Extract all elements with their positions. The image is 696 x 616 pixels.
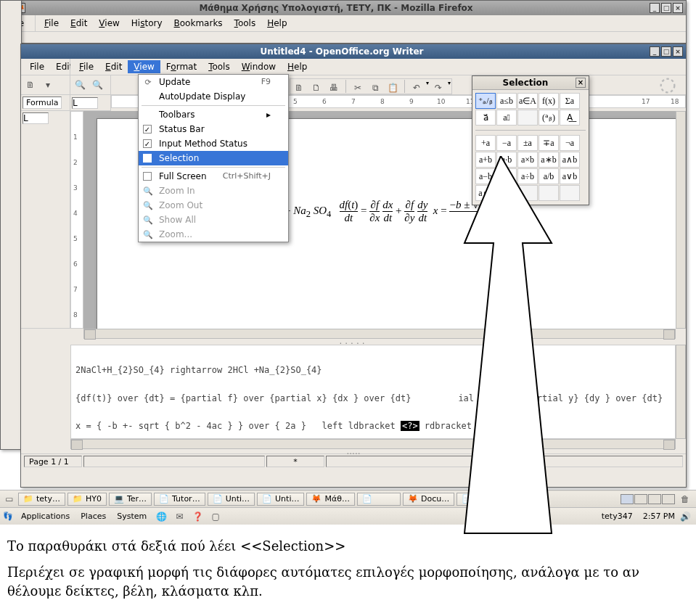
task-tutor[interactable]: 📄 Tutor… — [154, 493, 205, 506]
tool-cut-icon[interactable]: ✂ — [350, 80, 366, 96]
close-icon[interactable]: × — [673, 3, 683, 13]
menu-places[interactable]: Places — [76, 510, 110, 522]
w-menu-window[interactable]: Window — [236, 60, 282, 73]
doc-horizontal-scrollbar[interactable] — [83, 329, 676, 339]
show-desktop-icon[interactable]: ▭ — [3, 491, 16, 507]
task-math[interactable]: 🦊 Μάθ… — [306, 493, 354, 506]
src-horizontal-scrollbar[interactable] — [70, 439, 676, 449]
selection-close-icon[interactable]: × — [576, 78, 586, 88]
status-zoom[interactable]: * — [266, 456, 324, 467]
tool-1-icon[interactable]: 🗎 — [291, 80, 307, 96]
tool-copy-icon[interactable]: ⧉ — [367, 80, 383, 96]
op-a-circ-b[interactable]: a∘b — [475, 185, 496, 201]
L-field[interactable]: L — [72, 97, 98, 109]
launcher-mail-icon[interactable]: ✉ — [171, 509, 187, 525]
op-a-frac-b[interactable]: a/b — [496, 168, 517, 184]
foot-icon[interactable]: 👣 — [3, 512, 15, 521]
ff-menu-bookmarks[interactable]: Bookmarks — [168, 17, 229, 30]
menu-update[interactable]: ⟳ Update F9 — [139, 75, 288, 89]
menu-ime[interactable]: ✓ Input Method Status — [139, 136, 288, 151]
op-a-ast-b[interactable]: a∗b — [539, 152, 559, 168]
op-a-cdot-b[interactable]: a·b — [496, 152, 517, 168]
ff-menu-history[interactable]: History — [126, 17, 168, 30]
maximize-icon[interactable]: □ — [661, 3, 671, 13]
cat-attributes[interactable]: a⃗ — [475, 110, 496, 126]
sash-handle[interactable]: ····· — [21, 339, 686, 345]
ff-menu-file[interactable]: File — [38, 17, 65, 30]
task-docu[interactable]: 🦊 Docu… — [403, 493, 454, 506]
op-a-or-b[interactable]: a∨b — [560, 168, 580, 184]
op-pm-a[interactable]: ±a — [517, 135, 538, 151]
zoom-out-icon[interactable]: 🔍 — [89, 77, 105, 93]
menu-system[interactable]: System — [112, 510, 151, 522]
w-menu-help[interactable]: Help — [282, 60, 313, 73]
src-placeholder[interactable]: <?> — [401, 421, 419, 431]
op-minus-a[interactable]: −a — [496, 135, 517, 151]
selection-panel[interactable]: Selection × ⁺ₐ/ᵦ a≤b a∈A f(x) Σa a⃗ aͦ (… — [472, 75, 589, 205]
cat-set[interactable]: a∈A — [517, 93, 538, 109]
launcher-browser-icon[interactable]: 🌐 — [153, 509, 169, 525]
volume-icon[interactable]: 🔊 — [677, 509, 693, 525]
wl-menu-file[interactable]: File — [24, 60, 50, 73]
task-tety[interactable]: 📁 tety… — [18, 493, 65, 506]
menu-toolbars[interactable]: Toolbars▸ — [139, 107, 288, 122]
vertical-ruler[interactable]: 1 2 3 4 5 6 7 8 — [70, 111, 83, 329]
menu-applications[interactable]: Applications — [17, 510, 74, 522]
op-plus-a[interactable]: +a — [475, 135, 496, 151]
op-a-times-b[interactable]: a×b — [517, 152, 538, 168]
writer-maximize-icon[interactable]: □ — [661, 46, 671, 57]
w-menu-file[interactable]: File — [73, 60, 99, 73]
menu-autoupdate[interactable]: AutoUpdate Display — [139, 89, 288, 104]
workspace-switcher[interactable] — [621, 494, 675, 504]
zoom-in-icon[interactable]: 🔍 — [72, 77, 88, 93]
menu-selection[interactable]: ✓ Selection — [139, 151, 288, 165]
writer-minimize-icon[interactable]: _ — [650, 46, 660, 57]
op-mp-a[interactable]: ∓a — [539, 135, 559, 151]
op-a-slash-b[interactable]: a/b — [539, 168, 559, 184]
cat-unary-binary[interactable]: ⁺ₐ/ᵦ — [475, 93, 496, 109]
writer-close-icon[interactable]: × — [673, 46, 683, 57]
menu-fullscreen[interactable]: Full Screen Ctrl+Shift+J — [139, 169, 288, 184]
tool-paste-icon[interactable]: 📋 — [385, 80, 401, 96]
cat-others[interactable]: aͦ — [496, 110, 517, 126]
op-not-a[interactable]: ¬a — [560, 135, 580, 151]
task-unti3[interactable]: 📄 Unti… — [457, 493, 504, 506]
ff-menu-tools[interactable]: Tools — [229, 17, 262, 30]
w-menu-tools[interactable]: Tools — [202, 60, 236, 73]
ff-menu-edit[interactable]: Edit — [65, 17, 93, 30]
tool-2-icon[interactable]: 🗋 — [308, 80, 324, 96]
task-terminal[interactable]: 💻 Ter… — [109, 493, 152, 506]
src-vertical-scrollbar[interactable] — [676, 345, 686, 439]
ff-menu-view[interactable]: View — [93, 17, 125, 30]
tool-undo-icon[interactable]: ↶ — [409, 80, 425, 96]
cat-operators[interactable]: Σa — [560, 93, 580, 109]
tool-redo-icon[interactable]: ↷ — [430, 80, 446, 96]
ff-menu-help[interactable]: Help — [261, 17, 292, 30]
clock[interactable]: 2:57 PM — [643, 512, 675, 521]
cat-functions[interactable]: f(x) — [539, 93, 559, 109]
formula-source-editor[interactable]: 2NaCl+H_{2}SO_{4} rightarrow 2HCl +Na_{2… — [70, 345, 676, 439]
op-a-minus-b[interactable]: a−b — [475, 168, 496, 184]
L-field-2[interactable]: L — [22, 112, 49, 124]
trash-icon[interactable]: 🗑 — [677, 491, 693, 507]
task-hy0[interactable]: 📁 HY0 — [67, 493, 107, 506]
w-menu-view[interactable]: View — [128, 60, 160, 73]
user-label[interactable]: tety347 — [602, 512, 633, 521]
tool-print-icon[interactable]: 🖶 — [326, 80, 342, 96]
cat-brackets[interactable]: (ᵃᵦ) — [539, 110, 559, 126]
left-tool-new-icon[interactable]: 🗎 — [22, 77, 38, 93]
launcher-help-icon[interactable]: ❓ — [189, 509, 205, 525]
w-menu-format[interactable]: Format — [160, 60, 202, 73]
task-blank[interactable]: 📄 — [357, 493, 401, 506]
menu-statusbar[interactable]: ✓ Status Bar — [139, 122, 288, 136]
op-a-div-b[interactable]: a÷b — [517, 168, 538, 184]
cat-formats[interactable]: A͟ — [560, 110, 580, 126]
selection-panel-titlebar[interactable]: Selection × — [472, 76, 589, 90]
task-unti1[interactable]: 📄 Unti… — [208, 493, 255, 506]
launcher-term-icon[interactable]: ▢ — [208, 509, 224, 525]
task-unti2[interactable]: 📄 Unti… — [257, 493, 304, 506]
cat-relations[interactable]: a≤b — [496, 93, 517, 109]
op-a-and-b[interactable]: a∧b — [560, 152, 580, 168]
doc-vertical-scrollbar[interactable] — [676, 111, 686, 329]
minimize-icon[interactable]: _ — [650, 3, 660, 13]
